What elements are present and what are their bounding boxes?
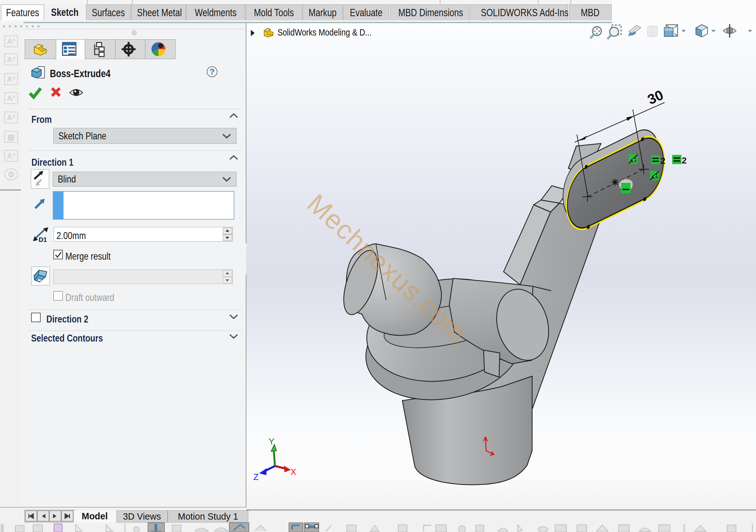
svg-text:D1: D1	[39, 236, 47, 243]
svg-text:X: X	[290, 467, 296, 477]
svg-text:2: 2	[661, 156, 665, 166]
svg-text:Y: Y	[269, 437, 274, 446]
svg-text:Z: Z	[254, 472, 259, 482]
svg-text:2: 2	[682, 155, 687, 165]
svg-text:30: 30	[645, 87, 666, 108]
